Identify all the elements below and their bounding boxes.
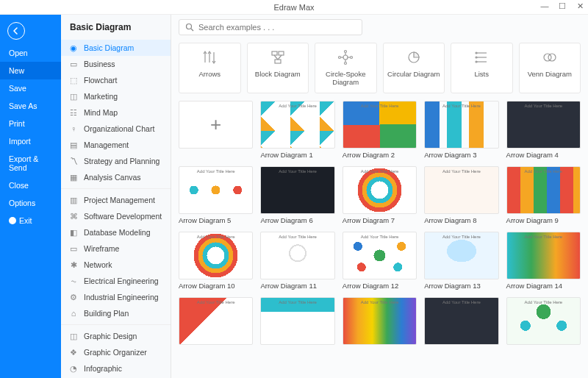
search-box[interactable]: [179, 19, 362, 35]
template-card[interactable]: Add Your Title HereArrow Diagram 3: [424, 101, 498, 159]
template-thumbnail: Add Your Title Here: [424, 232, 498, 279]
category-label: Infographic: [84, 364, 122, 373]
arrows-icon: [201, 49, 218, 65]
file-menu-print[interactable]: Print: [0, 115, 61, 132]
close-button[interactable]: ✕: [575, 1, 585, 11]
category-item-management[interactable]: ▤Management: [61, 137, 171, 153]
category-item-industrial-engineering[interactable]: ⚙Industrial Engineering: [61, 289, 171, 305]
template-card[interactable]: Add Your Title HereArrow Diagram 14: [506, 232, 581, 290]
category-item-flowchart[interactable]: ⬚Flowchart: [61, 72, 171, 88]
category-label: Database Modeling: [84, 228, 150, 237]
category-item-strategy-and-planning[interactable]: 〽Strategy and Planning: [61, 153, 171, 169]
diagram-type-label: Circle-Spoke Diagram: [318, 70, 373, 87]
file-menu-save-as[interactable]: Save As: [0, 97, 61, 115]
diagram-type-lists[interactable]: Lists: [451, 43, 513, 93]
thumb-title: Add Your Title Here: [179, 169, 252, 174]
category-label: Graphic Design: [84, 332, 137, 340]
file-menu-save[interactable]: Save: [0, 79, 61, 97]
category-item-basic-diagram[interactable]: ◉Basic Diagram: [61, 40, 171, 56]
back-button[interactable]: [7, 22, 25, 40]
category-item-mind-map[interactable]: ☷Mind Map: [61, 104, 171, 121]
category-icon: ◫: [68, 331, 79, 341]
category-icon: ⏦: [68, 276, 79, 286]
category-label: Analysis Canvas: [84, 173, 141, 182]
minimize-button[interactable]: —: [539, 1, 550, 11]
category-icon: ▭: [68, 59, 79, 69]
file-menu-new[interactable]: New: [0, 62, 61, 79]
thumb-title: Add Your Title Here: [507, 235, 580, 239]
diagram-type-arrows[interactable]: Arrows: [179, 43, 241, 93]
template-card[interactable]: Add Your Title HereArrow Diagram 6: [260, 166, 334, 224]
search-input[interactable]: [198, 23, 356, 32]
category-item-business[interactable]: ▭Business: [61, 56, 171, 72]
template-card[interactable]: Add Your Title Here: [506, 297, 581, 347]
diagram-type-circle-spoke-diagram[interactable]: Circle-Spoke Diagram: [315, 43, 377, 93]
file-menu-label: Exit: [19, 216, 32, 225]
template-card[interactable]: Add Your Title HereArrow Diagram 8: [424, 166, 498, 224]
template-label: Arrow Diagram 2: [343, 151, 417, 159]
category-item-building-plan[interactable]: ⌂Building Plan: [61, 305, 171, 321]
category-item-electrical-engineering[interactable]: ⏦Electrical Engineering: [61, 273, 171, 289]
template-thumbnail: +: [179, 101, 253, 149]
template-card[interactable]: Add Your Title HereArrow Diagram 11: [260, 232, 334, 290]
category-item-database-modeling[interactable]: ◧Database Modeling: [61, 224, 171, 240]
file-menu-label: Export & Send: [9, 154, 52, 172]
template-card[interactable]: Add Your Title HereArrow Diagram 7: [343, 166, 417, 224]
diagram-type-venn-diagram[interactable]: Venn Diagram: [519, 43, 581, 93]
template-card[interactable]: Add Your Title Here: [343, 297, 417, 347]
category-item-network[interactable]: ✱Network: [61, 257, 171, 273]
category-item-infographic[interactable]: ◔Infographic: [61, 360, 171, 377]
diagram-type-block-diagram[interactable]: Block Diagram: [247, 43, 309, 93]
category-item-software-development[interactable]: ⌘Software Development: [61, 208, 171, 224]
maximize-button[interactable]: ☐: [557, 1, 567, 11]
template-blank[interactable]: +: [179, 101, 253, 159]
template-thumbnail: Add Your Title Here: [179, 232, 253, 279]
diagram-type-circular-diagram[interactable]: Circular Diagram: [383, 43, 445, 93]
category-label: Wireframe: [84, 244, 119, 253]
template-thumbnail: Add Your Title Here: [506, 232, 581, 279]
template-card[interactable]: Add Your Title HereArrow Diagram 4: [506, 101, 581, 159]
template-thumbnail: Add Your Title Here: [260, 232, 334, 279]
template-card[interactable]: Add Your Title HereArrow Diagram 2: [343, 101, 417, 159]
thumb-title: Add Your Title Here: [261, 235, 334, 239]
file-menu-options[interactable]: Options: [0, 194, 61, 212]
thumb-title: Add Your Title Here: [507, 300, 580, 304]
thumb-title: Add Your Title Here: [343, 169, 416, 174]
category-icon: ⚙: [68, 292, 79, 302]
file-menu-import[interactable]: Import: [0, 132, 61, 150]
svg-rect-6: [279, 51, 284, 55]
file-menu-label: New: [9, 66, 24, 75]
category-title: Basic Diagram: [61, 15, 171, 37]
category-item-analysis-canvas[interactable]: ▦Analysis Canvas: [61, 169, 171, 185]
template-card[interactable]: Add Your Title HereArrow Diagram 5: [179, 166, 253, 224]
category-icon: ⬚: [68, 75, 79, 85]
file-menu-export-send[interactable]: Export & Send: [0, 150, 61, 176]
file-menu-close[interactable]: Close: [0, 176, 61, 194]
template-card[interactable]: Add Your Title HereArrow Diagram 12: [343, 232, 417, 290]
file-menu-open[interactable]: Open: [0, 44, 61, 62]
category-item-wireframe[interactable]: ▭Wireframe: [61, 240, 171, 257]
category-item-organizational-chart[interactable]: ♀Organizational Chart: [61, 121, 171, 137]
category-label: Flowchart: [84, 76, 118, 85]
template-thumbnail: Add Your Title Here: [260, 297, 334, 345]
plus-icon: +: [210, 113, 221, 136]
template-thumbnail: Add Your Title Here: [179, 297, 253, 345]
template-card[interactable]: Add Your Title HereArrow Diagram 1: [260, 101, 334, 159]
thumb-title: Add Your Title Here: [507, 169, 580, 174]
category-item-marketing[interactable]: ◫Marketing: [61, 88, 171, 104]
category-sidebar: Basic Diagram ◉Basic Diagram▭Business⬚Fl…: [61, 15, 171, 378]
template-card[interactable]: Add Your Title HereArrow Diagram 10: [179, 232, 253, 290]
category-item-project-management[interactable]: ▥Project Management: [61, 192, 171, 208]
template-card[interactable]: Add Your Title Here: [260, 297, 334, 347]
template-label: Arrow Diagram 7: [343, 216, 417, 224]
thumb-title: Add Your Title Here: [261, 300, 334, 304]
template-card[interactable]: Add Your Title HereArrow Diagram 9: [506, 166, 581, 224]
file-menu-exit[interactable]: Exit: [0, 212, 61, 229]
template-card[interactable]: Add Your Title HereArrow Diagram 13: [424, 232, 498, 290]
template-card[interactable]: Add Your Title Here: [424, 297, 498, 347]
category-item-graphic-organizer[interactable]: ❖Graphic Organizer: [61, 344, 171, 360]
category-item-graphic-design[interactable]: ◫Graphic Design: [61, 328, 171, 344]
main-panel: ArrowsBlock DiagramCircle-Spoke DiagramC…: [171, 15, 588, 378]
category-icon: ▥: [68, 195, 79, 205]
template-card[interactable]: Add Your Title Here: [179, 297, 253, 347]
